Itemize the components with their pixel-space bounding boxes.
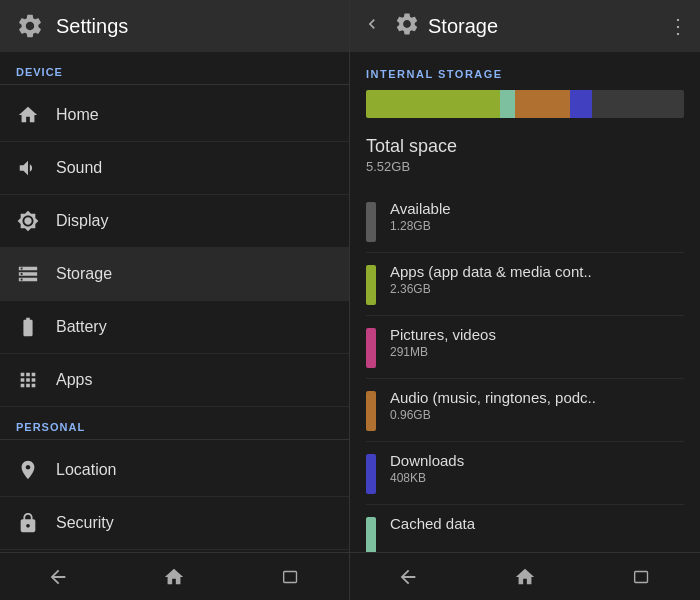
storage-item-pictures[interactable]: Pictures, videos 291MB — [366, 316, 684, 379]
left-panel: Settings DEVICE Home Sound Display — [0, 0, 350, 600]
recents-button-left[interactable] — [261, 557, 321, 597]
apps-name: Apps (app data & media cont.. — [390, 263, 684, 280]
bar-audio — [515, 90, 569, 118]
available-name: Available — [390, 200, 684, 217]
location-icon — [16, 458, 40, 482]
device-divider — [0, 84, 349, 85]
available-info: Available 1.28GB — [390, 200, 684, 233]
battery-icon — [16, 315, 40, 339]
right-bottom-nav — [350, 552, 700, 600]
total-space-value: 5.52GB — [366, 159, 684, 174]
sidebar-item-sound[interactable]: Sound — [0, 142, 349, 195]
storage-item-available[interactable]: Available 1.28GB — [366, 190, 684, 253]
cached-color-block — [366, 517, 376, 552]
home-button-right[interactable] — [495, 557, 555, 597]
back-button-left[interactable] — [28, 557, 88, 597]
sidebar-item-label-storage: Storage — [56, 265, 112, 283]
bar-downloads — [570, 90, 592, 118]
storage-item-cached[interactable]: Cached data — [366, 505, 684, 552]
svg-rect-1 — [634, 571, 647, 582]
apps-size: 2.36GB — [390, 282, 684, 296]
back-chevron-icon[interactable] — [362, 14, 382, 39]
security-icon — [16, 511, 40, 535]
device-section-label: DEVICE — [0, 52, 349, 84]
sidebar-item-label-sound: Sound — [56, 159, 102, 177]
sidebar-item-location[interactable]: Location — [0, 444, 349, 497]
svg-rect-0 — [283, 571, 296, 582]
sound-icon — [16, 156, 40, 180]
sidebar-item-label-location: Location — [56, 461, 117, 479]
sidebar-item-label-display: Display — [56, 212, 108, 230]
sidebar-item-home[interactable]: Home — [0, 89, 349, 142]
apps-info: Apps (app data & media cont.. 2.36GB — [390, 263, 684, 296]
cached-name: Cached data — [390, 515, 684, 532]
nav-list: DEVICE Home Sound Display Storage — [0, 52, 349, 552]
personal-section-label: PERSONAL — [0, 407, 349, 439]
sidebar-item-security[interactable]: Security — [0, 497, 349, 550]
sidebar-item-label-apps: Apps — [56, 371, 92, 389]
left-bottom-nav — [0, 552, 349, 600]
sidebar-item-battery[interactable]: Battery — [0, 301, 349, 354]
sidebar-item-apps[interactable]: Apps — [0, 354, 349, 407]
audio-color-block — [366, 391, 376, 431]
home-icon — [16, 103, 40, 127]
right-content: INTERNAL STORAGE Total space 5.52GB Avai… — [350, 52, 700, 552]
sidebar-item-storage[interactable]: Storage — [0, 248, 349, 301]
audio-size: 0.96GB — [390, 408, 684, 422]
available-color-block — [366, 202, 376, 242]
settings-gear-icon — [16, 12, 44, 40]
apps-color-block — [366, 265, 376, 305]
audio-name: Audio (music, ringtones, podc.. — [390, 389, 684, 406]
sidebar-item-display[interactable]: Display — [0, 195, 349, 248]
sidebar-item-label-battery: Battery — [56, 318, 107, 336]
available-size: 1.28GB — [390, 219, 684, 233]
settings-title: Settings — [56, 15, 128, 38]
pictures-name: Pictures, videos — [390, 326, 684, 343]
audio-info: Audio (music, ringtones, podc.. 0.96GB — [390, 389, 684, 422]
recents-button-right[interactable] — [612, 557, 672, 597]
internal-storage-label: INTERNAL STORAGE — [366, 68, 684, 80]
storage-bar — [366, 90, 684, 118]
pictures-info: Pictures, videos 291MB — [390, 326, 684, 359]
pictures-color-block — [366, 328, 376, 368]
more-options-icon[interactable]: ⋮ — [668, 14, 688, 38]
bar-available — [592, 90, 684, 118]
personal-divider — [0, 439, 349, 440]
downloads-size: 408KB — [390, 471, 684, 485]
storage-page-title: Storage — [428, 15, 660, 38]
total-space-label: Total space — [366, 136, 684, 157]
sidebar-item-label-home: Home — [56, 106, 99, 124]
pictures-size: 291MB — [390, 345, 684, 359]
sidebar-item-label-security: Security — [56, 514, 114, 532]
bar-apps — [366, 90, 500, 118]
display-icon — [16, 209, 40, 233]
downloads-info: Downloads 408KB — [390, 452, 684, 485]
bar-cached — [500, 90, 516, 118]
right-header: Storage ⋮ — [350, 0, 700, 52]
cached-info: Cached data — [390, 515, 684, 534]
storage-item-downloads[interactable]: Downloads 408KB — [366, 442, 684, 505]
back-button-right[interactable] — [378, 557, 438, 597]
storage-gear-icon — [394, 11, 420, 41]
left-header: Settings — [0, 0, 349, 52]
downloads-name: Downloads — [390, 452, 684, 469]
storage-icon — [16, 262, 40, 286]
storage-item-apps[interactable]: Apps (app data & media cont.. 2.36GB — [366, 253, 684, 316]
downloads-color-block — [366, 454, 376, 494]
apps-icon — [16, 368, 40, 392]
home-button-left[interactable] — [144, 557, 204, 597]
right-panel: Storage ⋮ INTERNAL STORAGE Total space 5… — [350, 0, 700, 600]
storage-item-audio[interactable]: Audio (music, ringtones, podc.. 0.96GB — [366, 379, 684, 442]
